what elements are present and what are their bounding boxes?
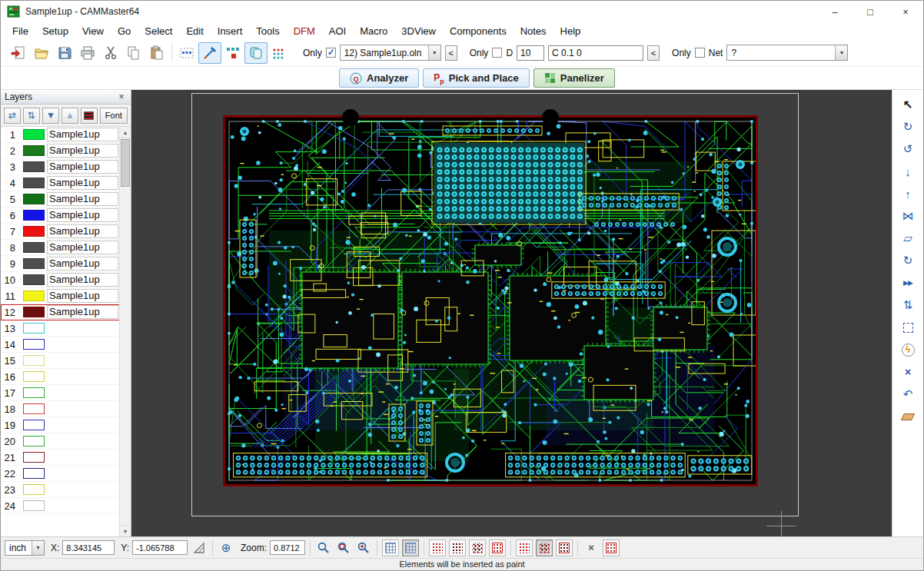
zoom-input[interactable]: 0.8712 — [270, 540, 305, 555]
menu-item[interactable]: Edit — [179, 24, 210, 38]
undo-icon[interactable]: ↶ — [898, 386, 918, 403]
minimize-button[interactable]: – — [817, 1, 853, 22]
layer-label[interactable]: Sample1up — [47, 160, 118, 174]
layer-row[interactable]: 16 — [1, 369, 131, 385]
layer-label[interactable] — [47, 466, 118, 480]
layer-number[interactable]: 15 — [1, 355, 21, 367]
aperture-grid-icon-2[interactable] — [449, 539, 466, 556]
layer-color-cell[interactable] — [21, 484, 47, 495]
menu-item[interactable]: Help — [553, 24, 588, 38]
layer-number[interactable]: 1 — [1, 129, 21, 141]
layer-number[interactable]: 11 — [1, 290, 21, 302]
layer-label[interactable] — [47, 483, 118, 496]
layer-row[interactable]: 20 — [1, 433, 131, 450]
layer-color-swatch[interactable] — [23, 145, 45, 156]
layer-row[interactable]: 18 — [1, 401, 131, 417]
layer-row[interactable]: 21 — [1, 450, 131, 466]
layer-number[interactable]: 8 — [1, 242, 21, 254]
layer-number[interactable]: 13 — [1, 323, 21, 334]
layer-color-cell[interactable] — [21, 371, 47, 382]
paste-button[interactable] — [145, 42, 168, 64]
menu-item[interactable]: Go — [111, 24, 138, 38]
layer-row[interactable]: 11 Sample1up — [1, 288, 131, 304]
pick-and-place-button[interactable]: Pp Pick and Place — [423, 68, 530, 88]
prev-dcode-button[interactable]: < — [647, 45, 660, 61]
origin-target-icon[interactable]: ⊕ — [218, 539, 234, 556]
layer-label[interactable]: Sample1up — [47, 224, 118, 238]
aperture-grid-icon-6[interactable] — [536, 539, 553, 556]
visibility-button[interactable] — [268, 42, 291, 64]
menu-item[interactable]: Setup — [35, 24, 75, 38]
layer-color-cell[interactable] — [21, 129, 47, 140]
layer-color-cell[interactable] — [21, 420, 47, 430]
move-layer-up-icon[interactable]: ▲ — [61, 108, 78, 124]
layer-color-swatch[interactable] — [23, 339, 45, 350]
layer-row[interactable]: 1 Sample1up — [1, 127, 131, 143]
layer-color-swatch[interactable] — [23, 500, 45, 511]
mirror-icon[interactable]: ⋈ — [898, 207, 918, 224]
layer-label[interactable] — [47, 402, 118, 416]
layer-color-swatch[interactable] — [23, 290, 45, 301]
menu-item[interactable]: Tools — [249, 24, 286, 38]
aperture-grid-icon-3[interactable] — [469, 539, 486, 556]
select-cursor-icon[interactable]: ↖ — [898, 96, 918, 113]
layer-color-swatch[interactable] — [23, 468, 45, 479]
menu-item[interactable]: Macro — [353, 24, 394, 38]
paint-mode-icon[interactable] — [603, 539, 620, 556]
cut-button[interactable] — [99, 42, 122, 64]
swap-vertical-icon[interactable]: ⇅ — [898, 297, 918, 314]
layers-scrollbar[interactable]: ▴ ▾ — [119, 127, 131, 536]
pcb-board[interactable] — [223, 115, 758, 486]
layer-row[interactable]: 12 Sample1up — [1, 304, 131, 320]
layer-color-swatch[interactable] — [23, 323, 45, 334]
layer-label[interactable] — [47, 337, 118, 351]
layer-row[interactable]: 14 — [1, 337, 131, 353]
copy-button[interactable] — [122, 42, 145, 64]
layer-label[interactable] — [47, 386, 118, 400]
zoom-dcode-icon[interactable] — [355, 539, 372, 556]
layer-number[interactable]: 2 — [1, 145, 21, 157]
layer-color-cell[interactable] — [21, 403, 47, 414]
layer-row[interactable]: 19 — [1, 417, 131, 433]
layer-color-cell[interactable] — [21, 226, 47, 237]
unit-select[interactable]: inch ▾ — [5, 540, 45, 556]
layer-label[interactable]: Sample1up — [47, 289, 118, 303]
layer-row[interactable]: 15 — [1, 353, 131, 369]
menu-item[interactable]: AOI — [322, 24, 353, 38]
layer-color-swatch[interactable] — [23, 161, 45, 172]
save-button[interactable] — [53, 42, 76, 64]
measure-tool-button[interactable] — [198, 42, 221, 64]
aperture-grid-icon-5[interactable] — [516, 539, 533, 556]
layer-label[interactable] — [47, 434, 118, 448]
chevron-down-icon[interactable]: ▾ — [835, 45, 847, 60]
menu-item[interactable]: View — [75, 24, 111, 38]
layer-color-cell[interactable] — [21, 339, 47, 350]
layer-row[interactable]: 3 Sample1up — [1, 159, 131, 175]
swap-layers-icon[interactable]: ⇄ — [4, 108, 21, 124]
aperture-grid-icon-1[interactable] — [429, 539, 446, 556]
layer-number[interactable]: 20 — [1, 436, 21, 447]
layer-color-swatch[interactable] — [23, 194, 45, 204]
layer-number[interactable]: 24 — [1, 500, 21, 512]
layer-number[interactable]: 5 — [1, 194, 21, 205]
layer-row[interactable]: 23 — [1, 482, 131, 498]
layer-number[interactable]: 6 — [1, 210, 21, 221]
layer-color-swatch[interactable] — [23, 387, 45, 398]
menu-item[interactable]: Insert — [211, 24, 250, 38]
menu-item[interactable]: 3DView — [394, 24, 443, 38]
panelizer-button[interactable]: Panelizer — [533, 68, 615, 88]
layer-copy-button[interactable] — [244, 42, 268, 64]
layer-color-cell[interactable] — [21, 290, 47, 301]
layer-row[interactable]: 22 — [1, 466, 131, 482]
maximize-button[interactable]: □ — [853, 1, 888, 22]
layer-color-swatch[interactable] — [23, 226, 45, 237]
dcode-info-field[interactable]: C 0.1 0 — [548, 45, 643, 61]
layer-number[interactable]: 19 — [1, 420, 21, 431]
layer-color-cell[interactable] — [21, 387, 47, 398]
layer-color-cell[interactable] — [21, 500, 47, 511]
aperture-grid-icon-7[interactable] — [556, 539, 573, 556]
layer-label[interactable] — [47, 418, 118, 432]
menu-item[interactable]: Components — [443, 24, 514, 38]
layer-select[interactable]: 12) Sample1up.oln ▾ — [340, 45, 441, 61]
layer-row[interactable]: 13 — [1, 320, 131, 337]
